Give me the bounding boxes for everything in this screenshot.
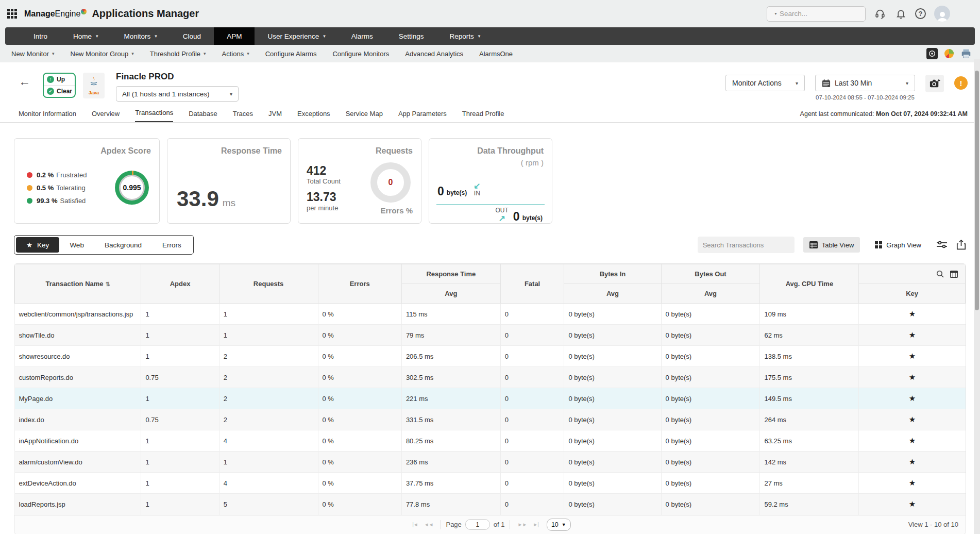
vertical-scrollbar[interactable] (974, 59, 980, 534)
cell-name[interactable]: showTile.do (15, 325, 141, 346)
col-cpu-time[interactable]: Avg. CPU Time (760, 264, 859, 304)
col-bytes-in-avg[interactable]: Avg (564, 284, 661, 304)
filter-tab-web[interactable]: Web (59, 238, 94, 253)
reports-pie-icon[interactable] (943, 48, 955, 59)
tab-app-parameters[interactable]: App Parameters (398, 110, 447, 122)
table-row[interactable]: alarm/customView.do110 %236 ms00 byte(s)… (15, 452, 966, 473)
prev-page-button[interactable]: ◄◄ (424, 522, 433, 527)
table-row[interactable]: index.do0.7520 %331.5 ms00 byte(s)0 byte… (15, 409, 966, 430)
nav-item-monitors[interactable]: Monitors▾ (111, 27, 170, 45)
nav-item-intro[interactable]: Intro (21, 27, 60, 45)
tab-thread-profile[interactable]: Thread Profile (462, 110, 504, 122)
cell-name[interactable]: alarm/customView.do (15, 452, 141, 473)
col-key[interactable]: Key (859, 284, 966, 304)
page-number-input[interactable] (465, 519, 490, 530)
table-search-icon[interactable] (936, 270, 944, 278)
col-response-avg[interactable]: Avg (401, 284, 500, 304)
cell-name[interactable]: webclient/common/jsp/transactions.jsp (15, 304, 141, 325)
tab-overview[interactable]: Overview (92, 110, 120, 122)
column-settings-icon[interactable] (936, 240, 948, 249)
alert-warning-icon[interactable]: ! (954, 76, 968, 90)
nav-item-settings[interactable]: Settings (386, 27, 437, 45)
col-response-time[interactable]: Response Time (401, 264, 500, 284)
snapshot-camera-button[interactable] (925, 75, 944, 92)
user-avatar[interactable] (934, 6, 950, 22)
apps-grid-icon[interactable] (7, 9, 17, 19)
cell-key[interactable]: ★ (859, 304, 966, 325)
search-scope-caret-icon[interactable]: ▼ (774, 12, 778, 15)
tab-database[interactable]: Database (189, 110, 217, 122)
monitor-actions-select[interactable]: Monitor Actions ▾ (725, 75, 805, 91)
cell-name[interactable]: index.do (15, 409, 141, 430)
cell-key[interactable]: ★ (859, 388, 966, 409)
tab-transactions[interactable]: Transactions (135, 109, 173, 122)
personalize-icon[interactable] (926, 48, 938, 59)
toolbar-item-configure-monitors[interactable]: Configure Monitors (332, 50, 389, 58)
cell-key[interactable]: ★ (859, 409, 966, 430)
table-row[interactable]: webclient/common/jsp/transactions.jsp110… (15, 304, 966, 325)
transactions-search[interactable] (698, 237, 795, 253)
transactions-search-input[interactable] (703, 241, 793, 249)
cell-key[interactable]: ★ (859, 452, 966, 473)
next-page-button[interactable]: ►► (518, 522, 527, 527)
toolbar-item-alarmsone[interactable]: AlarmsOne (479, 50, 513, 58)
cell-name[interactable]: showresource.do (15, 346, 141, 367)
cell-key[interactable]: ★ (859, 473, 966, 494)
cell-name[interactable]: inAppNotification.do (15, 430, 141, 452)
col-errors[interactable]: Errors (318, 264, 401, 304)
first-page-button[interactable]: |◄ (412, 522, 418, 527)
notifications-bell-icon[interactable] (894, 8, 907, 20)
cell-key[interactable]: ★ (859, 346, 966, 367)
page-size-select[interactable]: 10 ▼ (547, 519, 571, 531)
toolbar-item-actions[interactable]: Actions▾ (222, 50, 249, 58)
table-row[interactable]: MyPage.do120 %221 ms00 byte(s)0 byte(s)1… (15, 388, 966, 409)
export-share-icon[interactable] (956, 240, 966, 250)
table-row[interactable]: loadReports.jsp150 %77.8 ms00 byte(s)0 b… (15, 494, 966, 515)
tab-service-map[interactable]: Service Map (346, 110, 383, 122)
nav-item-reports[interactable]: Reports▾ (437, 27, 494, 45)
toolbar-item-advanced-analytics[interactable]: Advanced Analytics (405, 50, 463, 58)
sort-icon[interactable]: ⇅ (106, 281, 110, 287)
cell-key[interactable]: ★ (859, 367, 966, 388)
cell-name[interactable]: customReports.do (15, 367, 141, 388)
graph-view-button[interactable]: Graph View (869, 237, 927, 253)
support-headset-icon[interactable] (874, 8, 886, 20)
table-row[interactable]: inAppNotification.do140 %80.25 ms00 byte… (15, 430, 966, 452)
nav-item-alarms[interactable]: Alarms (339, 27, 386, 45)
global-search-input[interactable] (780, 10, 871, 18)
col-bytes-in[interactable]: Bytes In (564, 264, 661, 284)
last-page-button[interactable]: ►| (533, 522, 538, 527)
nav-item-user-experience[interactable]: User Experience▾ (255, 27, 338, 45)
col-bytes-out[interactable]: Bytes Out (661, 264, 760, 284)
print-icon[interactable] (960, 48, 972, 59)
table-row[interactable]: showTile.do110 %79 ms00 byte(s)0 byte(s)… (15, 325, 966, 346)
column-chooser-icon[interactable] (950, 271, 958, 278)
col-requests[interactable]: Requests (219, 264, 318, 304)
scrollbar-thumb[interactable] (975, 71, 979, 310)
tab-exceptions[interactable]: Exceptions (297, 110, 330, 122)
cell-name[interactable]: extDeviceAction.do (15, 473, 141, 494)
cell-key[interactable]: ★ (859, 430, 966, 452)
table-row[interactable]: customReports.do0.7520 %302.5 ms00 byte(… (15, 367, 966, 388)
col-transaction-name[interactable]: Transaction Name⇅ (15, 264, 141, 304)
cell-name[interactable]: MyPage.do (15, 388, 141, 409)
cell-key[interactable]: ★ (859, 494, 966, 515)
tab-jvm[interactable]: JVM (268, 110, 282, 122)
help-icon[interactable]: ? (915, 8, 926, 19)
instance-scope-select[interactable]: All (1 hosts and 1 instances) ▾ (116, 86, 239, 102)
cell-name[interactable]: loadReports.jsp (15, 494, 141, 515)
toolbar-item-threshold-profile[interactable]: Threshold Profile▾ (150, 50, 206, 58)
table-row[interactable]: showresource.do120 %206.5 ms00 byte(s)0 … (15, 346, 966, 367)
cell-key[interactable]: ★ (859, 325, 966, 346)
nav-item-apm[interactable]: APM (214, 27, 255, 45)
toolbar-item-new-monitor[interactable]: New Monitor▾ (11, 50, 55, 58)
col-bytes-out-avg[interactable]: Avg (661, 284, 760, 304)
back-button[interactable]: ← (19, 76, 30, 88)
col-apdex[interactable]: Apdex (141, 264, 219, 304)
nav-item-cloud[interactable]: Cloud (170, 27, 214, 45)
toolbar-item-new-monitor-group[interactable]: New Monitor Group▾ (71, 50, 134, 58)
filter-tab-key[interactable]: ★Key (16, 237, 59, 253)
tab-traces[interactable]: Traces (233, 110, 253, 122)
table-view-button[interactable]: Table View (803, 237, 860, 253)
toolbar-item-configure-alarms[interactable]: Configure Alarms (265, 50, 317, 58)
